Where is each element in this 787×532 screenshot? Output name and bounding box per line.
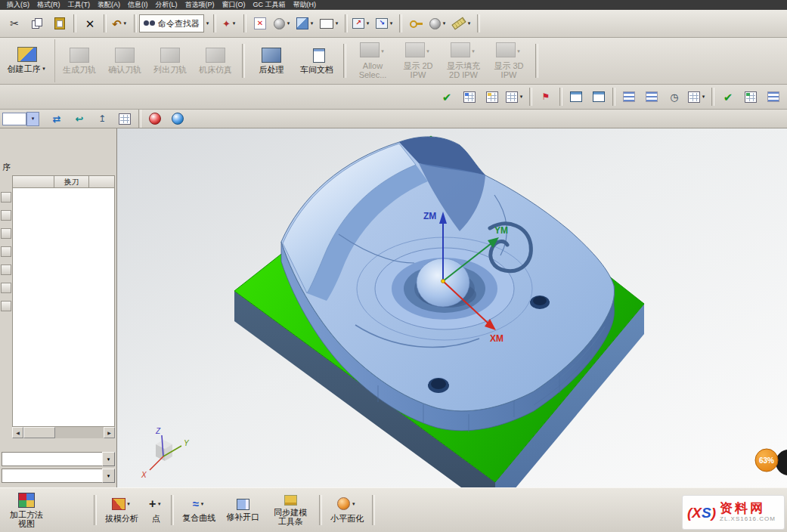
view-filter-field-2[interactable] <box>2 469 102 483</box>
operations-list-button[interactable] <box>618 86 640 107</box>
show-3d-ipw-button[interactable]: ▾ 显示 3D IPW <box>486 41 531 81</box>
chevron-down-icon[interactable]: ▾ <box>204 20 211 27</box>
chevron-down-icon: ▾ <box>285 20 292 27</box>
grid-settings-button[interactable]: ▾ <box>686 86 709 107</box>
menu-assemblies[interactable]: 装配(A) <box>94 0 124 10</box>
scrollbar-track[interactable] <box>23 427 104 438</box>
allow-selection-button[interactable]: ▾ Allow Selec... <box>350 41 395 81</box>
list-icon <box>623 91 635 102</box>
patch-opening-button[interactable]: 修补开口 <box>221 497 265 523</box>
menu-information[interactable]: 信息(I) <box>124 0 152 10</box>
machine-simulation-icon <box>206 48 225 63</box>
time-estimate-button[interactable]: ◷ <box>663 86 686 107</box>
layer-combo[interactable]: ▾ <box>2 112 39 126</box>
menu-preferences[interactable]: 首选项(P) <box>181 0 218 10</box>
cut-button[interactable]: ✂ <box>3 13 26 34</box>
reuse-library-icon[interactable] <box>1 264 11 275</box>
orient-view-button[interactable]: ▾ <box>427 13 450 34</box>
minimize-window-button[interactable]: ↘▾ <box>373 13 397 34</box>
scroll-left-button[interactable]: ◀ <box>12 427 23 438</box>
grid-icon <box>119 113 131 125</box>
column-tool-change-header[interactable]: 换刀 <box>54 175 89 188</box>
command-finder-button[interactable]: 命令查找器 <box>139 14 204 32</box>
patch-opening-label: 修补开口 <box>226 512 259 521</box>
layer-combo-field[interactable] <box>2 113 26 125</box>
report-button[interactable]: ▾ <box>503 86 527 107</box>
measure-distance-button[interactable]: ▾ <box>450 13 475 34</box>
geometry-navigator-icon[interactable] <box>1 228 11 239</box>
cancel-button[interactable]: ✕ <box>249 13 271 34</box>
info-list-button[interactable] <box>762 86 785 107</box>
machining-method-view-button[interactable]: 加工方法 视图 <box>5 491 48 530</box>
column-name-header[interactable] <box>12 175 54 188</box>
menu-help[interactable]: 帮助(H) <box>290 0 321 10</box>
mini-grid-button[interactable] <box>113 108 136 129</box>
menu-format[interactable]: 格式(R) <box>33 0 64 10</box>
menu-analysis[interactable]: 分析(L) <box>152 0 181 10</box>
separator <box>213 14 216 32</box>
window-layout-button-1[interactable] <box>565 86 587 107</box>
paste-button[interactable] <box>48 13 71 34</box>
verify-toolpath-button[interactable]: 确认刀轨 <box>102 46 147 76</box>
show-2d-ipw-button[interactable]: ▾ 显示 2D IPW <box>395 41 441 81</box>
copy-button[interactable] <box>26 13 48 34</box>
isometric-view-button[interactable]: ▾ <box>294 13 318 34</box>
palette-icon[interactable] <box>1 301 11 311</box>
postprocess-button[interactable]: 后处理 <box>249 46 294 76</box>
back-view-button[interactable]: ↩ <box>68 108 91 129</box>
window-layout-button-2[interactable] <box>587 86 610 107</box>
edit-list-button[interactable] <box>640 86 663 107</box>
view-filter-dropdown-1[interactable]: ▾ <box>102 452 115 466</box>
chevron-down-icon: ▾ <box>518 93 525 101</box>
swap-view-button[interactable]: ⇄ <box>45 108 68 129</box>
view-filter-field-1[interactable] <box>2 452 102 466</box>
ipw-compare-button[interactable] <box>481 86 503 107</box>
operation-tree[interactable] <box>12 188 115 427</box>
hd3d-tools-icon[interactable] <box>1 283 11 293</box>
composite-curve-label: 复合曲线 <box>182 513 215 522</box>
composite-curve-button[interactable]: ≈▾ 复合曲线 <box>177 496 221 524</box>
facet-body-button[interactable]: ▾ 小平面化 <box>325 496 369 524</box>
menu-insert[interactable]: 插入(S) <box>3 0 33 10</box>
render-style-blue-button[interactable] <box>166 108 189 129</box>
menu-gc-toolbox[interactable]: GC 工具箱 <box>249 0 290 10</box>
shop-documentation-button[interactable]: 车间文档 <box>294 47 339 76</box>
delete-button[interactable]: ✕ <box>79 13 101 34</box>
layer-combo-dropdown[interactable]: ▾ <box>26 112 39 126</box>
rectangle-select-button[interactable]: ▾ <box>318 13 342 34</box>
command-finder-label: 命令查找器 <box>158 18 200 29</box>
toolpath-group: 生成刀轨 确认刀轨 列出刀轨 机床仿真 <box>55 39 240 82</box>
feedback-button[interactable]: ⚑ <box>534 86 557 107</box>
create-operation-button[interactable]: 创建工序▾ <box>5 45 50 76</box>
point-button[interactable]: +▾ 点 <box>144 496 168 524</box>
promote-button[interactable]: ↥ <box>91 108 113 129</box>
list-toolpath-button[interactable]: 列出刀轨 <box>147 46 193 76</box>
column-extra-header[interactable] <box>89 175 115 188</box>
synchronous-modeling-button[interactable]: 同步建模工具条 <box>265 493 316 527</box>
view-filter-combo-1: ▾ <box>2 452 115 466</box>
generate-toolpath-button[interactable]: 生成刀轨 <box>57 46 102 76</box>
render-style-red-button[interactable] <box>144 108 166 129</box>
operation-navigator-icon[interactable] <box>1 192 11 203</box>
shaded-view-button[interactable]: ▾ <box>271 13 294 34</box>
scroll-right-button[interactable]: ▶ <box>104 427 115 438</box>
machine-simulation-button[interactable]: 机床仿真 <box>193 46 238 76</box>
assembly-navigator-icon[interactable] <box>1 246 11 257</box>
verify-program-button[interactable]: ✔ <box>435 86 458 107</box>
show-filled-2d-ipw-button[interactable]: ▾ 显示填充 2D IPW <box>441 41 486 81</box>
toolpath-list-button[interactable] <box>458 86 481 107</box>
touch-mode-button[interactable]: ✦▾ <box>218 13 241 34</box>
undo-button[interactable]: ↶▾ <box>109 13 132 34</box>
restore-window-button[interactable]: ↗▾ <box>350 13 373 34</box>
scrollbar-thumb[interactable] <box>23 427 55 438</box>
verify-geometry-button[interactable]: ✔ <box>717 86 739 107</box>
graphics-viewport[interactable]: ZM YM XM Z Y X <box>117 128 787 487</box>
machine-navigator-icon[interactable] <box>1 210 11 221</box>
menu-tools[interactable]: 工具(T) <box>64 0 95 10</box>
analysis-table-button[interactable] <box>739 86 762 107</box>
menu-window[interactable]: 窗口(O) <box>218 0 249 10</box>
draft-analysis-button[interactable]: ▾ 拔模分析 <box>100 496 144 524</box>
view-filter-dropdown-2[interactable]: ▾ <box>102 469 115 483</box>
unlock-button[interactable] <box>404 13 427 34</box>
show-filled-2d-ipw-label: 显示填充 2D IPW <box>442 61 485 79</box>
